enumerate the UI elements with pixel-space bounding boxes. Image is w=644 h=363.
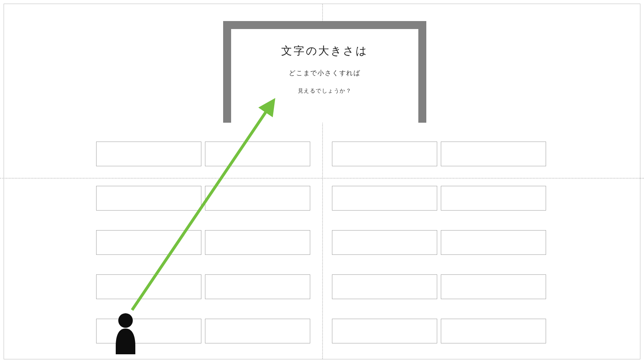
- aisle: [314, 274, 328, 299]
- seat-row: [96, 142, 546, 166]
- seat: [441, 186, 546, 211]
- seat-row: [96, 319, 546, 343]
- projection-screen: 文字の大きさは どこまで小さくすれば 見えるでしょうか？: [223, 21, 426, 123]
- seat: [96, 319, 201, 343]
- seat: [205, 274, 310, 299]
- seat: [205, 142, 310, 166]
- seat: [205, 186, 310, 211]
- seat-row: [96, 230, 546, 255]
- seat-row: [96, 186, 546, 211]
- screen-content: 文字の大きさは どこまで小さくすれば 見えるでしょうか？: [231, 29, 418, 123]
- aisle: [314, 186, 328, 211]
- seat: [96, 142, 201, 166]
- seat: [96, 230, 201, 255]
- seating-area: [96, 142, 546, 363]
- seat: [332, 230, 437, 255]
- seat: [332, 142, 437, 166]
- seat: [205, 230, 310, 255]
- seat: [441, 274, 546, 299]
- seat-row: [96, 274, 546, 299]
- seat: [332, 186, 437, 211]
- aisle: [314, 230, 328, 255]
- screen-text-large: 文字の大きさは: [281, 44, 368, 58]
- aisle: [314, 142, 328, 166]
- svg-point-2: [118, 313, 133, 328]
- seat: [441, 319, 546, 343]
- screen-text-medium: どこまで小さくすれば: [289, 69, 361, 77]
- seat: [96, 186, 201, 211]
- seat: [441, 142, 546, 166]
- seat: [441, 230, 546, 255]
- seat: [332, 274, 437, 299]
- person-icon: [113, 313, 138, 354]
- seat: [96, 274, 201, 299]
- aisle: [314, 319, 328, 343]
- seat: [205, 319, 310, 343]
- seat: [332, 319, 437, 343]
- screen-text-small: 見えるでしょうか？: [298, 87, 352, 94]
